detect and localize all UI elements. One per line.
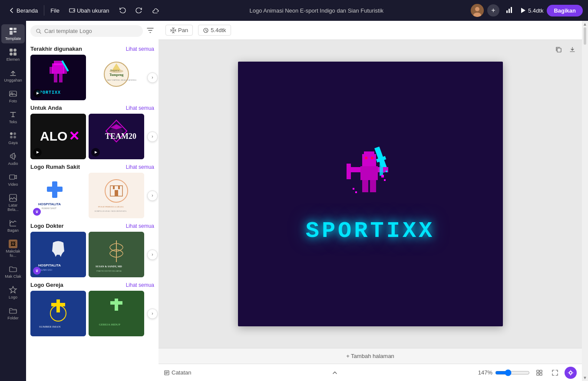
- sidebar-item-video[interactable]: Video: [1, 170, 25, 189]
- notes-icon: [164, 370, 170, 376]
- sidebar-item-audio[interactable]: Audio: [1, 149, 25, 168]
- svg-text:PUSAT PEMUDA LARASA: PUSAT PEMUDA LARASA: [98, 206, 124, 208]
- svg-rect-11: [13, 31, 17, 33]
- canvas-corner-buttons: [552, 43, 578, 56]
- share-button[interactable]: Bagikan: [547, 5, 583, 16]
- section-title-untuk: Untuk Anda: [30, 105, 62, 111]
- play-button[interactable]: 5.4dtk: [519, 7, 543, 14]
- svg-point-21: [13, 136, 16, 138]
- sidebar-item-foto[interactable]: Foto: [1, 87, 25, 106]
- scroll-arrow-rumahsakit[interactable]: ›: [147, 190, 158, 201]
- sidebar-item-bagan[interactable]: Bagan: [1, 216, 25, 235]
- see-all-gereja[interactable]: Lihat semua: [126, 282, 154, 288]
- see-all-terakhir[interactable]: Lihat semua: [126, 46, 154, 52]
- right-scrollbar[interactable]: ▲ ▼: [582, 21, 588, 381]
- chevron-up-icon: [332, 370, 337, 375]
- scroll-down-button[interactable]: ▼: [583, 375, 587, 380]
- template-scroll[interactable]: Terakhir digunakan Lihat semua: [26, 39, 159, 381]
- sidebar-item-gaya[interactable]: Gaya: [1, 128, 25, 148]
- see-all-untuk[interactable]: Lihat semua: [126, 105, 154, 111]
- sidebar-foto-label: Foto: [9, 99, 17, 103]
- scroll-arrow-dokter[interactable]: ›: [147, 250, 158, 260]
- template-card-team20[interactable]: TEAM20: [89, 114, 144, 159]
- see-all-dokter[interactable]: Lihat semua: [126, 223, 154, 229]
- template-card-hospitalita[interactable]: HOSPITALITA RUMAH SAKIT ♛: [30, 173, 86, 218]
- play-overlay-alo: [33, 148, 42, 157]
- svg-marker-34: [36, 92, 39, 95]
- svg-rect-85: [364, 151, 374, 157]
- pemuda-preview: PUSAT PEMUDA LARASA KUMPULAN ANAK • MATA…: [89, 173, 144, 218]
- template-card-dental[interactable]: HOSPITALITA KLINIK GIGI ♛: [30, 232, 86, 277]
- template-card-susan[interactable]: SUSAN & SANDY, MD PRAKTIK DOKTER KELUARG…: [89, 232, 144, 277]
- ai-button[interactable]: [565, 367, 577, 379]
- svg-text:KLINIK GIGI: KLINIK GIGI: [40, 269, 52, 271]
- template-card-alo[interactable]: ALO ✕: [30, 114, 86, 159]
- resize-label: Ubah ukuran: [77, 7, 109, 14]
- download-canvas-button[interactable]: [566, 43, 578, 56]
- save-status-button[interactable]: [149, 5, 162, 16]
- notes-button[interactable]: Catatan: [164, 369, 192, 376]
- section-header-rumahsakit: Logo Rumah Sakit Lihat semua: [30, 164, 154, 170]
- sidebar-item-background[interactable]: Latar Bela...: [1, 191, 25, 214]
- resize-button[interactable]: Ubah ukuran: [66, 6, 112, 16]
- sidebar-item-teks[interactable]: Teks: [1, 108, 25, 127]
- section-header-untuk: Untuk Anda Lihat semua: [30, 105, 154, 111]
- svg-point-41: [109, 69, 123, 73]
- filter-button[interactable]: [146, 26, 154, 36]
- sidebar-item-logo[interactable]: Logo: [1, 283, 25, 302]
- section-title-gereja: Logo Gereja: [30, 282, 63, 288]
- canvas-viewport[interactable]: SPORTIXX: [159, 40, 582, 348]
- audio-icon: [9, 152, 17, 161]
- fit-view-button[interactable]: [533, 367, 545, 379]
- see-all-rumahsakit[interactable]: Lihat semua: [126, 164, 154, 170]
- text-icon: [9, 110, 17, 119]
- sidebar-item-makclak-folder[interactable]: 🖼 Makclak fo...: [1, 237, 25, 260]
- scroll-arrow-gereja[interactable]: ›: [147, 309, 158, 319]
- add-collaborator-button[interactable]: +: [487, 4, 499, 16]
- sidebar-item-mak-clak[interactable]: Mak Clak: [1, 262, 25, 281]
- svg-rect-103: [537, 373, 539, 375]
- sidebar-item-folder[interactable]: Folder: [1, 304, 25, 323]
- sidebar-item-elemen[interactable]: Elemen: [1, 45, 25, 64]
- nav-divider: [44, 5, 44, 16]
- svg-rect-14: [10, 53, 13, 56]
- scroll-arrow-terakhir[interactable]: ›: [147, 72, 158, 83]
- svg-rect-59: [113, 186, 115, 189]
- scroll-up-button[interactable]: ▲: [583, 22, 587, 26]
- section-title-terakhir: Terakhir digunakan: [30, 46, 82, 52]
- add-page-bar[interactable]: + Tambah halaman: [159, 348, 582, 364]
- analytics-button[interactable]: [503, 4, 516, 17]
- pan-button[interactable]: Pan: [165, 25, 193, 36]
- sidebar-item-unggahan[interactable]: Unggahan: [1, 66, 25, 85]
- template-card-sportixx[interactable]: SPORTIXX: [30, 55, 86, 100]
- template-card-church2[interactable]: GEREJA HIDUP: [89, 291, 144, 336]
- svg-rect-12: [10, 49, 13, 52]
- download-icon: [569, 46, 576, 53]
- file-button[interactable]: File: [47, 6, 63, 16]
- section-title-rumahsakit: Logo Rumah Sakit: [30, 164, 80, 170]
- chevron-up-button[interactable]: [329, 367, 341, 379]
- zoom-slider[interactable]: [495, 369, 530, 376]
- clock-icon: [203, 27, 209, 33]
- avatar[interactable]: [471, 4, 484, 17]
- pan-label: Pan: [178, 27, 188, 33]
- template-card-segara[interactable]: Segara Tumpeng NASI TUMPENG, MEJA & CATE…: [89, 55, 144, 100]
- scroll-arrow-untuk[interactable]: ›: [147, 131, 158, 142]
- template-card-sumber[interactable]: SUMBER IMAN: [30, 291, 86, 336]
- scroll-track: [583, 26, 587, 375]
- undo-button[interactable]: [116, 5, 129, 16]
- back-button[interactable]: Beranda: [5, 6, 41, 16]
- sidebar-item-template[interactable]: Template: [1, 24, 25, 43]
- svg-rect-88: [360, 166, 378, 180]
- fullscreen-button[interactable]: [549, 367, 561, 379]
- search-input[interactable]: [44, 28, 138, 34]
- folder2-icon: [9, 306, 17, 315]
- duration-button[interactable]: 5.4dtk: [198, 25, 231, 36]
- canvas-frame[interactable]: SPORTIXX: [238, 62, 503, 326]
- svg-rect-78: [110, 301, 122, 305]
- duplicate-icon: [555, 46, 562, 53]
- template-card-pemuda[interactable]: PUSAT PEMUDA LARASA KUMPULAN ANAK • MATA…: [89, 173, 144, 218]
- duplicate-button[interactable]: [552, 43, 565, 56]
- background-icon: [9, 194, 17, 202]
- redo-button[interactable]: [132, 5, 146, 16]
